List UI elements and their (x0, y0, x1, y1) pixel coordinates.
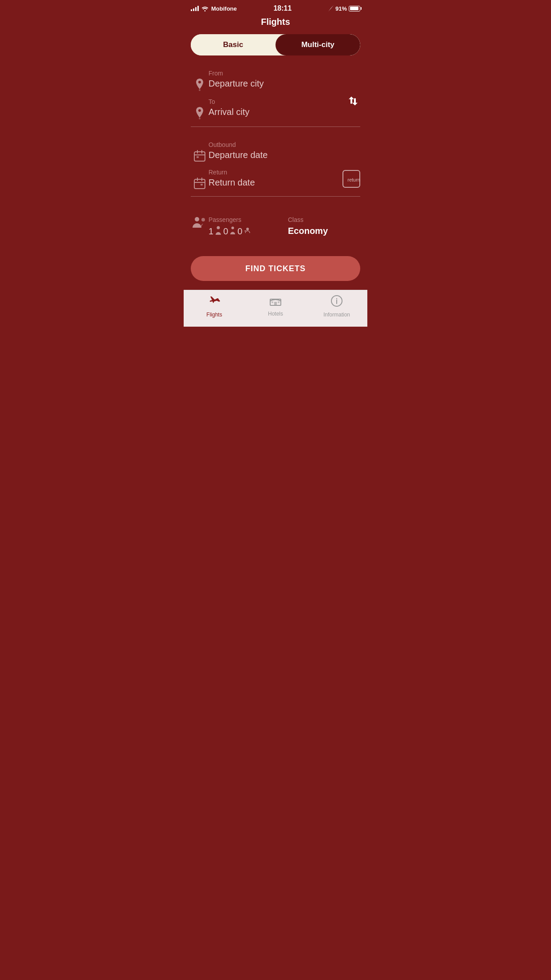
flights-tab-icon (208, 295, 220, 310)
adult-icon (215, 226, 221, 237)
information-tab-icon (331, 295, 343, 310)
tab-bar: Flights Hotels Information (184, 290, 367, 327)
svg-point-1 (199, 118, 201, 119)
svg-rect-20 (278, 301, 279, 303)
from-location-icon (191, 70, 209, 91)
outbound-calendar-icon (191, 141, 209, 162)
class-value: Economy (288, 226, 360, 236)
svg-point-0 (199, 89, 201, 91)
svg-point-12 (195, 217, 199, 221)
infant-icon (244, 227, 251, 236)
svg-rect-11 (201, 184, 203, 186)
date-divider (191, 196, 360, 197)
info-circle-icon (331, 295, 343, 307)
outbound-calendar-svg (194, 150, 205, 162)
to-pin-icon (194, 107, 205, 119)
hotels-tab-icon (269, 295, 282, 309)
adults-count: 1 (209, 226, 213, 237)
hotels-tab-label: Hotels (268, 311, 283, 317)
outbound-label: Outbound (209, 141, 360, 148)
from-label: From (209, 70, 360, 77)
child-icon (230, 226, 236, 236)
flights-tab-label: Flights (206, 312, 222, 318)
hotel-icon (269, 295, 282, 306)
return-value: Return date (209, 178, 360, 188)
to-label: To (209, 98, 360, 105)
svg-point-14 (217, 226, 220, 229)
return-label: Return (209, 169, 360, 176)
to-field-content[interactable]: To Arrival city (209, 98, 360, 117)
plane-icon (208, 295, 220, 307)
information-tab-label: Information (323, 312, 350, 318)
carrier-name: Mobifone (211, 5, 237, 12)
from-field-content[interactable]: From Departure city (209, 70, 360, 89)
main-content: From Departure city To Arrival city (184, 66, 367, 253)
svg-point-23 (336, 298, 337, 299)
to-field-row[interactable]: To Arrival city (191, 95, 360, 123)
passengers-info: Passengers 1 0 0 (209, 216, 281, 237)
svg-rect-19 (272, 301, 273, 303)
svg-point-13 (201, 218, 205, 221)
passengers-people-icon (193, 216, 207, 229)
battery-percent: 91% (335, 5, 347, 12)
svg-rect-18 (274, 302, 277, 305)
tab-information[interactable]: Information (306, 295, 367, 318)
return-calendar-icon (191, 169, 209, 189)
outbound-value: Departure date (209, 150, 360, 160)
return-toggle-checkbox[interactable] (342, 170, 360, 188)
children-count: 0 (223, 226, 228, 237)
page-title: Flights (184, 15, 367, 34)
status-bar: Mobifone 18:11 91% (184, 0, 367, 15)
svg-rect-2 (194, 152, 205, 161)
svg-point-16 (246, 228, 249, 230)
passengers-label: Passengers (209, 216, 281, 223)
tab-flights[interactable]: Flights (184, 295, 245, 318)
class-info[interactable]: Class Economy (281, 216, 360, 236)
battery-indicator (349, 6, 360, 12)
to-location-icon (191, 98, 209, 119)
from-value: Departure city (209, 79, 360, 89)
toggle-multi-city[interactable]: Multi-city (276, 34, 360, 55)
outbound-field-content[interactable]: Outbound Departure date (209, 141, 360, 160)
passengers-icon (191, 216, 209, 229)
status-time: 18:11 (273, 4, 291, 12)
date-group: Outbound Departure date Return Return da… (191, 138, 360, 207)
svg-rect-7 (194, 179, 205, 189)
tab-hotels[interactable]: Hotels (245, 295, 306, 318)
return-field-row[interactable]: Return Return date return (191, 165, 360, 193)
return-calendar-svg (194, 178, 205, 189)
status-left: Mobifone (191, 5, 237, 12)
return-field-content[interactable]: Return Return date (209, 169, 360, 188)
outbound-field-row[interactable]: Outbound Departure date (191, 138, 360, 165)
svg-rect-6 (197, 156, 199, 158)
location-divider (191, 126, 360, 127)
wifi-icon (201, 5, 209, 12)
toggle-basic[interactable]: Basic (191, 34, 276, 55)
search-type-toggle[interactable]: Basic Multi-city (191, 34, 360, 55)
to-value: Arrival city (209, 107, 360, 117)
location-arrow-icon (328, 5, 334, 12)
location-group: From Departure city To Arrival city (191, 66, 360, 138)
class-label: Class (288, 216, 360, 223)
find-tickets-button[interactable]: FIND TICKETS (191, 256, 360, 281)
find-tickets-label: FIND TICKETS (245, 264, 306, 273)
infants-count: 0 (237, 226, 242, 237)
passengers-section: Passengers 1 0 0 (191, 207, 360, 244)
status-right: 91% (328, 5, 360, 12)
from-pin-icon (194, 79, 205, 91)
passengers-count[interactable]: 1 0 0 (209, 226, 281, 237)
signal-bars (191, 6, 199, 11)
from-field-row[interactable]: From Departure city (191, 66, 360, 95)
svg-point-15 (232, 227, 234, 229)
